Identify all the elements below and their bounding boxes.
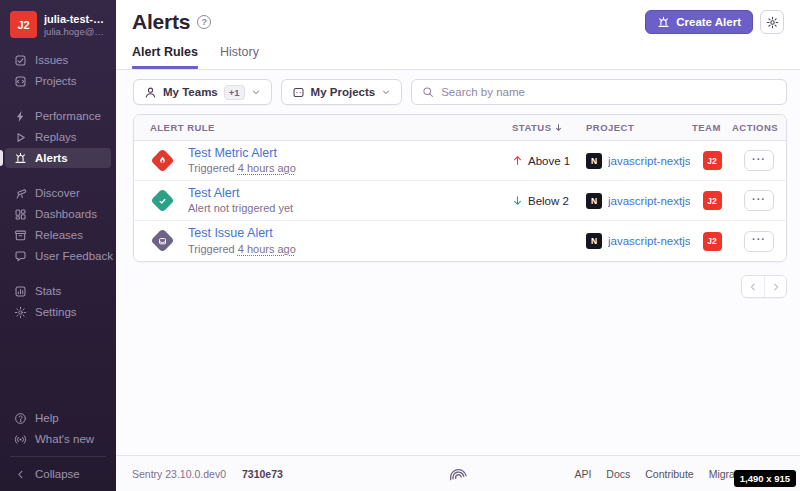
row-actions-button[interactable]: ··· <box>744 190 774 211</box>
project-cell: N javascript-nextjs <box>586 233 692 249</box>
user-icon <box>144 86 157 99</box>
main-content: Alerts ? Create Alert Alert Rules Histor… <box>116 0 800 491</box>
project-cell: N javascript-nextjs <box>586 193 692 209</box>
col-actions: Actions <box>732 122 786 133</box>
org-switcher[interactable]: J2 julia-test-org-2 … julia.hoge@sentry.… <box>0 0 116 47</box>
status-label: Above 1 <box>528 155 570 167</box>
resolved-alert-icon <box>150 188 174 212</box>
issues-icon <box>13 53 27 67</box>
sidebar-item-user-feedback[interactable]: User Feedback <box>5 246 111 266</box>
team-badge[interactable]: J2 <box>703 191 722 210</box>
project-icon <box>292 86 305 99</box>
team-badge[interactable]: J2 <box>703 232 722 251</box>
search-icon <box>422 86 434 98</box>
filter-bar: My Teams +1 My Projects <box>133 79 787 105</box>
releases-icon <box>13 228 27 242</box>
search-box <box>411 79 787 105</box>
sidebar-item-label: Dashboards <box>35 208 97 220</box>
tab-alert-rules[interactable]: Alert Rules <box>132 45 198 69</box>
sidebar-item-issues[interactable]: Issues <box>5 50 111 70</box>
siren-icon <box>657 16 670 29</box>
next-page-button[interactable] <box>764 276 786 297</box>
table-row: Test Issue Alert Triggered 4 hours ago N… <box>134 221 786 261</box>
sidebar-item-label: Issues <box>35 54 68 66</box>
sidebar-nav: Issues Projects Performance Replays <box>0 47 116 407</box>
sidebar-item-label: Replays <box>35 131 77 143</box>
sidebar-item-label: Help <box>35 412 59 424</box>
build-sha[interactable]: 7310e73 <box>242 468 283 480</box>
col-alert-rule: Alert Rule <box>134 122 512 133</box>
footer-link-contribute[interactable]: Contribute <box>645 468 693 480</box>
status-cell: Above 1 <box>512 155 586 167</box>
create-alert-button[interactable]: Create Alert <box>645 10 753 34</box>
sidebar-item-alerts[interactable]: Alerts <box>5 148 111 168</box>
chevron-left-icon <box>13 467 27 481</box>
previous-page-button[interactable] <box>742 276 764 297</box>
sidebar-item-label: Settings <box>35 306 77 318</box>
project-link[interactable]: javascript-nextjs <box>608 155 690 167</box>
arrow-down-icon <box>512 195 523 206</box>
sidebar-item-settings[interactable]: Settings <box>5 302 111 322</box>
alert-rule-subtext: Triggered 4 hours ago <box>188 242 296 256</box>
org-email: julia.hoge@sentry.io <box>44 26 106 37</box>
issue-alert-icon <box>150 229 174 253</box>
nextjs-project-icon: N <box>586 193 602 209</box>
sidebar-item-projects[interactable]: Projects <box>5 71 111 91</box>
triggered-time-link[interactable]: 4 hours ago <box>238 243 296 255</box>
alerts-settings-button[interactable] <box>760 10 784 34</box>
row-actions-button[interactable]: ··· <box>744 150 774 171</box>
gear-icon <box>766 16 779 29</box>
alert-rule-link[interactable]: Test Metric Alert <box>188 146 296 162</box>
alert-rules-table: Alert Rule Status Project Team Actions T… <box>133 114 787 262</box>
alerts-icon <box>13 151 27 165</box>
my-projects-label: My Projects <box>311 86 376 98</box>
search-input[interactable] <box>441 86 776 98</box>
content-area: My Teams +1 My Projects Alert Rule S <box>116 70 800 298</box>
col-status[interactable]: Status <box>512 122 586 133</box>
title-help-icon[interactable]: ? <box>197 15 211 29</box>
org-name: julia-test-org-2 … <box>44 13 106 25</box>
alert-rule-subtext: Triggered 4 hours ago <box>188 161 296 175</box>
sidebar-item-performance[interactable]: Performance <box>5 106 111 126</box>
sidebar-item-dashboards[interactable]: Dashboards <box>5 204 111 224</box>
nextjs-project-icon: N <box>586 153 602 169</box>
sidebar-item-discover[interactable]: Discover <box>5 183 111 203</box>
tab-bar: Alert Rules History <box>132 45 784 69</box>
status-label: Below 2 <box>528 195 569 207</box>
chevron-down-icon <box>251 87 261 97</box>
row-actions-button[interactable]: ··· <box>744 231 774 252</box>
project-link[interactable]: javascript-nextjs <box>608 195 690 207</box>
sidebar-item-whats-new[interactable]: What's new <box>5 429 111 449</box>
org-avatar: J2 <box>10 11 37 38</box>
col-project: Project <box>586 122 692 133</box>
col-team: Team <box>692 122 732 133</box>
discover-icon <box>13 186 27 200</box>
table-header-row: Alert Rule Status Project Team Actions <box>134 115 786 141</box>
sentry-logo[interactable] <box>449 466 467 481</box>
sidebar-item-label: Stats <box>35 285 61 297</box>
sidebar-item-stats[interactable]: Stats <box>5 281 111 301</box>
sentry-version: Sentry 23.10.0.dev0 <box>132 468 226 480</box>
footer-link-docs[interactable]: Docs <box>606 468 630 480</box>
footer-link-api[interactable]: API <box>574 468 591 480</box>
alert-rule-link[interactable]: Test Issue Alert <box>188 226 296 242</box>
tab-history[interactable]: History <box>220 45 259 69</box>
sidebar-item-help[interactable]: Help <box>5 408 111 428</box>
sidebar-item-label: What's new <box>35 433 94 445</box>
status-cell: Below 2 <box>512 195 586 207</box>
sidebar-item-replays[interactable]: Replays <box>5 127 111 147</box>
sidebar-item-label: Projects <box>35 75 77 87</box>
sidebar-item-label: Releases <box>35 229 83 241</box>
my-teams-filter[interactable]: My Teams +1 <box>133 79 272 105</box>
pagination <box>133 275 787 298</box>
triggered-time-link[interactable]: 4 hours ago <box>238 162 296 174</box>
chevron-down-icon <box>381 87 391 97</box>
alert-rule-link[interactable]: Test Alert <box>188 186 293 202</box>
projects-icon <box>13 74 27 88</box>
sort-down-icon <box>554 123 563 132</box>
project-link[interactable]: javascript-nextjs <box>608 235 690 247</box>
sidebar-collapse-button[interactable]: Collapse <box>5 464 111 484</box>
my-projects-filter[interactable]: My Projects <box>281 79 403 105</box>
sidebar-item-releases[interactable]: Releases <box>5 225 111 245</box>
team-badge[interactable]: J2 <box>703 151 722 170</box>
